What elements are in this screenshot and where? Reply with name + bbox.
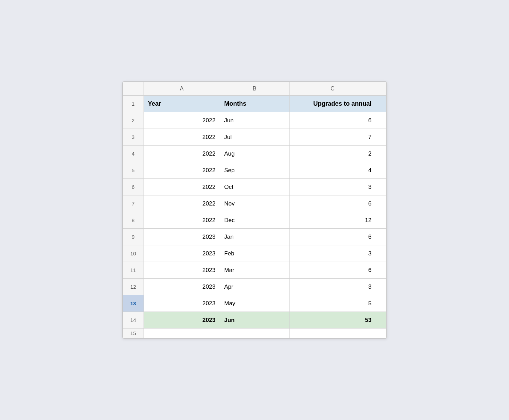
cell-9-c[interactable]: 6: [289, 229, 376, 245]
cell-6-b[interactable]: Oct: [220, 179, 289, 195]
cell-8-c[interactable]: 12: [289, 212, 376, 229]
header-data-row: 1 Year Months Upgrades to annual: [123, 96, 386, 112]
row-num-13: 13: [123, 295, 144, 312]
cell-2-c[interactable]: 6: [289, 112, 376, 129]
cell-11-b[interactable]: Mar: [220, 262, 289, 279]
cell-14-c[interactable]: 53: [289, 312, 376, 329]
cell-11-extra: [376, 262, 386, 279]
cell-7-extra: [376, 195, 386, 212]
table-row: 22022Jun6: [123, 112, 386, 129]
col-extra-header: [376, 82, 386, 96]
table-row: 15: [123, 329, 386, 338]
cell-7-b[interactable]: Nov: [220, 195, 289, 212]
table-row: 142023Jun53: [123, 312, 386, 329]
cell-15-b[interactable]: [220, 329, 289, 338]
cell-6-c[interactable]: 3: [289, 179, 376, 195]
cell-15-a[interactable]: [144, 329, 220, 338]
cell-8-b[interactable]: Dec: [220, 212, 289, 229]
cell-9-a[interactable]: 2023: [144, 229, 220, 245]
cell-14-extra: [376, 312, 386, 329]
cell-4-c[interactable]: 2: [289, 146, 376, 162]
cell-9-b[interactable]: Jan: [220, 229, 289, 245]
table-row: 62022Oct3: [123, 179, 386, 195]
cell-5-a[interactable]: 2022: [144, 162, 220, 179]
cell-2-extra: [376, 112, 386, 129]
cell-3-a[interactable]: 2022: [144, 129, 220, 146]
row-num-3: 3: [123, 129, 144, 146]
cell-8-extra: [376, 212, 386, 229]
cell-1-b[interactable]: Months: [220, 96, 289, 112]
cell-1-a[interactable]: Year: [144, 96, 220, 112]
table-row: 32022Jul7: [123, 129, 386, 146]
cell-13-extra: [376, 295, 386, 312]
table-row: 42022Aug2: [123, 146, 386, 162]
row-num-2: 2: [123, 112, 144, 129]
cell-2-a[interactable]: 2022: [144, 112, 220, 129]
cell-3-extra: [376, 129, 386, 146]
cell-4-a[interactable]: 2022: [144, 146, 220, 162]
cell-10-extra: [376, 245, 386, 262]
cell-5-b[interactable]: Sep: [220, 162, 289, 179]
table-row: 122023Apr3: [123, 279, 386, 295]
row-num-7: 7: [123, 195, 144, 212]
cell-15-c[interactable]: [289, 329, 376, 338]
row-num-header: [123, 82, 144, 96]
row-num-9: 9: [123, 229, 144, 245]
row-num-15: 15: [123, 329, 144, 338]
row-num-4: 4: [123, 146, 144, 162]
cell-4-extra: [376, 146, 386, 162]
row-num-11: 11: [123, 262, 144, 279]
table-row: 52022Sep4: [123, 162, 386, 179]
cell-13-c[interactable]: 5: [289, 295, 376, 312]
col-b-header[interactable]: B: [220, 82, 289, 96]
cell-2-b[interactable]: Jun: [220, 112, 289, 129]
row-num-10: 10: [123, 245, 144, 262]
cell-12-b[interactable]: Apr: [220, 279, 289, 295]
spreadsheet: A B C 1 Year Months Upgrades to annual 2…: [122, 81, 387, 339]
column-header-row: A B C: [123, 82, 386, 96]
cell-13-b[interactable]: May: [220, 295, 289, 312]
cell-12-extra: [376, 279, 386, 295]
cell-12-a[interactable]: 2023: [144, 279, 220, 295]
row-num-8: 8: [123, 212, 144, 229]
cell-14-b[interactable]: Jun: [220, 312, 289, 329]
row-num-1: 1: [123, 96, 144, 112]
cell-11-a[interactable]: 2023: [144, 262, 220, 279]
cell-3-c[interactable]: 7: [289, 129, 376, 146]
cell-13-a[interactable]: 2023: [144, 295, 220, 312]
cell-6-extra: [376, 179, 386, 195]
cell-15-extra: [376, 329, 386, 338]
row-num-6: 6: [123, 179, 144, 195]
table-row: 82022Dec12: [123, 212, 386, 229]
cell-7-a[interactable]: 2022: [144, 195, 220, 212]
cell-1-c[interactable]: Upgrades to annual: [289, 96, 376, 112]
col-c-header[interactable]: C: [289, 82, 376, 96]
table-row: 92023Jan6: [123, 229, 386, 245]
cell-10-b[interactable]: Feb: [220, 245, 289, 262]
table-row: 72022Nov6: [123, 195, 386, 212]
cell-9-extra: [376, 229, 386, 245]
cell-14-a[interactable]: 2023: [144, 312, 220, 329]
table-row: 102023Feb3: [123, 245, 386, 262]
row-num-12: 12: [123, 279, 144, 295]
row-num-14: 14: [123, 312, 144, 329]
cell-4-b[interactable]: Aug: [220, 146, 289, 162]
cell-7-c[interactable]: 6: [289, 195, 376, 212]
cell-10-a[interactable]: 2023: [144, 245, 220, 262]
cell-11-c[interactable]: 6: [289, 262, 376, 279]
cell-8-a[interactable]: 2022: [144, 212, 220, 229]
cell-12-c[interactable]: 3: [289, 279, 376, 295]
cell-3-b[interactable]: Jul: [220, 129, 289, 146]
cell-1-extra: [376, 96, 386, 112]
cell-10-c[interactable]: 3: [289, 245, 376, 262]
col-a-header[interactable]: A: [144, 82, 220, 96]
row-num-5: 5: [123, 162, 144, 179]
cell-5-extra: [376, 162, 386, 179]
cell-6-a[interactable]: 2022: [144, 179, 220, 195]
table-row: 112023Mar6: [123, 262, 386, 279]
table-row: 132023May5: [123, 295, 386, 312]
cell-5-c[interactable]: 4: [289, 162, 376, 179]
